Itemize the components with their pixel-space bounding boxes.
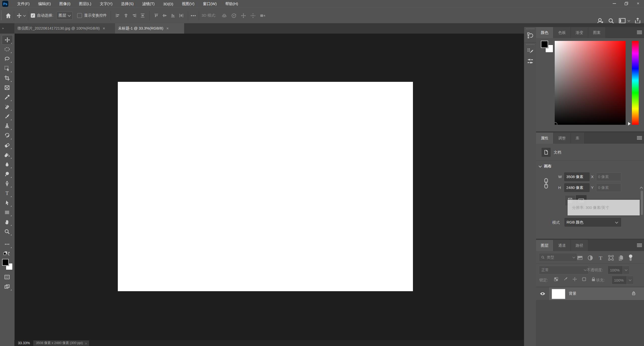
auto-select-checkbox[interactable]: ✓ — [31, 13, 35, 18]
layer-filter-dropdown[interactable]: 类型 — [539, 253, 577, 262]
link-dimensions-icon[interactable] — [544, 178, 549, 189]
menu-help[interactable]: 帮助(H) — [221, 0, 242, 8]
color-field[interactable] — [555, 41, 626, 125]
lasso-tool[interactable] — [2, 54, 12, 63]
toolbar-collapse-button[interactable]: » — [2, 26, 3, 30]
crop-tool[interactable] — [2, 73, 12, 83]
panel-menu-icon[interactable] — [637, 136, 642, 140]
move-tool[interactable] — [2, 35, 13, 45]
hand-tool[interactable] — [2, 217, 12, 227]
brushes-panel-icon[interactable] — [524, 56, 536, 66]
quick-mask-button[interactable] — [2, 273, 12, 282]
show-transform-checkbox[interactable] — [77, 13, 82, 18]
properties-scrollbar[interactable] — [641, 191, 643, 215]
menu-image[interactable]: 图像(I) — [55, 0, 75, 8]
dodge-tool[interactable] — [2, 169, 12, 179]
tab-properties[interactable]: 属性 — [536, 133, 553, 144]
pen-tool[interactable] — [2, 179, 12, 188]
mode-dropdown[interactable]: RGB 颜色 — [565, 218, 621, 227]
minimize-button[interactable] — [608, 0, 620, 7]
filter-toggle-switch[interactable] — [629, 254, 633, 262]
clone-stamp-tool[interactable] — [2, 121, 12, 131]
lock-artboard-icon[interactable] — [582, 277, 586, 282]
align-right-edges-icon[interactable] — [132, 13, 137, 18]
tool-preset-move[interactable] — [17, 13, 25, 18]
scroll-up-icon[interactable] — [640, 187, 642, 189]
filter-smart-objects-icon[interactable] — [618, 255, 624, 261]
panel-group-grip[interactable] — [526, 44, 534, 45]
menu-filter[interactable]: 滤镜(T) — [138, 0, 159, 8]
document-tab-active[interactable]: 未标题-1 @ 33.3%(RGB/8) × — [115, 23, 184, 34]
menu-select[interactable]: 选择(S) — [117, 0, 138, 8]
document-tab-inactive[interactable]: 微信图片_20220614172130.jpg @ 100%(RGB/8) × — [14, 23, 121, 34]
menu-file[interactable]: 文件(F) — [13, 0, 34, 8]
filter-shape-layers-icon[interactable] — [608, 255, 614, 261]
align-vertical-centers-icon[interactable] — [162, 13, 167, 18]
brush-tool[interactable] — [2, 112, 12, 121]
hue-slider[interactable] — [632, 41, 639, 125]
align-left-edges-icon[interactable] — [115, 13, 120, 18]
close-button[interactable]: × — [632, 0, 644, 7]
options-grip[interactable] — [1, 11, 2, 21]
paint-bucket-tool[interactable] — [2, 150, 12, 159]
hue-slider-handle[interactable] — [628, 122, 631, 126]
default-swap-colors[interactable] — [2, 249, 12, 258]
height-field[interactable]: 2480 像素 — [564, 183, 590, 192]
3d-zoom-camera-icon[interactable] — [260, 13, 265, 18]
distribute-vertical-icon[interactable] — [140, 13, 145, 18]
eyedropper-tool[interactable] — [2, 93, 12, 102]
lock-position-icon[interactable] — [572, 277, 577, 282]
3d-slide-icon[interactable] — [250, 13, 256, 18]
tab-color[interactable]: 颜色 — [536, 27, 553, 38]
menu-edit[interactable]: 编辑(E) — [34, 0, 55, 8]
panel-menu-icon[interactable] — [637, 31, 642, 34]
tab-layers[interactable]: 图层 — [536, 240, 553, 251]
eraser-tool[interactable] — [2, 141, 12, 150]
align-top-edges-icon[interactable] — [154, 13, 159, 18]
3d-pan-icon[interactable] — [241, 13, 246, 18]
document-canvas[interactable] — [118, 82, 413, 291]
close-tab-icon[interactable]: × — [166, 26, 169, 31]
distribute-horizontal-icon[interactable] — [179, 13, 184, 18]
filter-type-layers-icon[interactable]: T — [598, 255, 604, 261]
tab-channels[interactable]: 通道 — [553, 240, 571, 251]
lock-pixels-icon[interactable] — [563, 277, 568, 282]
filter-adjustment-layers-icon[interactable] — [587, 255, 593, 261]
screen-mode-button[interactable] — [2, 282, 12, 291]
close-tab-icon[interactable]: × — [103, 26, 105, 31]
3d-orbit-icon[interactable] — [221, 13, 227, 18]
frame-tool[interactable] — [2, 83, 12, 92]
panel-menu-icon[interactable] — [637, 243, 642, 247]
tab-paths[interactable]: 路径 — [571, 240, 588, 251]
blur-tool[interactable] — [2, 160, 12, 169]
elliptical-marquee-tool[interactable] — [2, 45, 12, 54]
tab-patterns[interactable]: 图案 — [588, 27, 606, 38]
menu-window[interactable]: 窗口(W) — [199, 0, 221, 8]
edit-toolbar-button[interactable] — [2, 240, 12, 249]
x-field[interactable]: 0 像素 — [596, 172, 621, 181]
lock-transparency-icon[interactable] — [554, 277, 558, 282]
auto-select-dropdown[interactable]: 图层 — [56, 12, 73, 20]
path-selection-tool[interactable] — [2, 198, 12, 207]
document-info[interactable]: 3508 像素 x 2480 像素 (300 ppi) › — [33, 340, 89, 346]
type-tool[interactable]: T — [2, 189, 12, 198]
blend-mode-dropdown[interactable]: 正常 — [539, 266, 589, 274]
foreground-color-chip[interactable] — [541, 41, 548, 48]
brush-settings-panel-icon[interactable] — [524, 46, 536, 56]
layer-name[interactable]: 背景 — [569, 291, 576, 296]
zoom-level-field[interactable]: 33.33% — [18, 341, 30, 345]
align-bottom-edges-icon[interactable] — [171, 13, 175, 18]
menu-3d[interactable]: 3D(D) — [159, 0, 178, 8]
tab-swatches[interactable]: 色板 — [553, 27, 571, 38]
object-selection-tool[interactable] — [2, 64, 12, 73]
canvas-section-header[interactable]: 画布 — [539, 164, 551, 169]
zoom-tool[interactable] — [2, 227, 12, 236]
menu-view[interactable]: 视图(V) — [178, 0, 199, 8]
menu-layer[interactable]: 图层(L) — [75, 0, 95, 8]
filter-pixel-layers-icon[interactable] — [577, 255, 583, 261]
lock-all-icon[interactable] — [591, 277, 596, 282]
history-panel-icon[interactable] — [524, 30, 536, 40]
menu-type[interactable]: 文字(Y) — [96, 0, 117, 8]
align-horizontal-centers-icon[interactable] — [124, 13, 128, 18]
layer-row-background[interactable]: 背景 — [536, 287, 644, 300]
